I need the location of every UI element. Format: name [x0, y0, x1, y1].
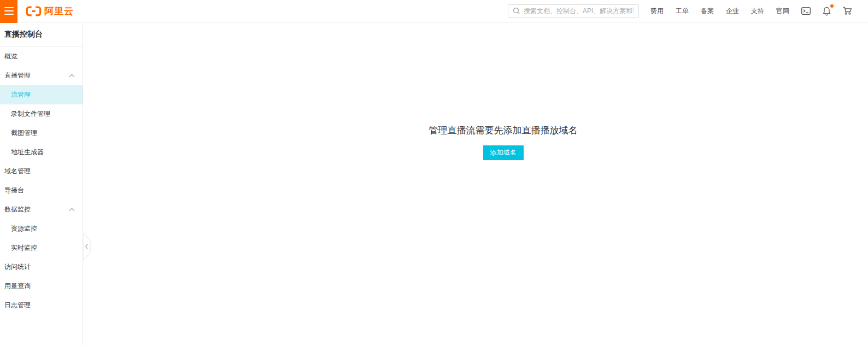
nav-official-site[interactable]: 官网: [770, 7, 795, 16]
notification-dot: [830, 4, 834, 8]
alibaba-cloud-logo[interactable]: 阿里云: [26, 5, 74, 17]
sidebar-item-label: 访问统计: [4, 262, 31, 272]
sidebar-item-label: 录制文件管理: [11, 109, 50, 119]
sidebar-item-label: 地址生成器: [11, 148, 44, 157]
chevron-up-icon: [69, 208, 75, 212]
sidebar-item-label: 截图管理: [11, 128, 37, 138]
sidebar-item-log-management[interactable]: 日志管理: [0, 296, 83, 315]
hamburger-menu-icon[interactable]: [0, 0, 17, 23]
nav-tickets[interactable]: 工单: [670, 7, 695, 16]
sidebar-item-data-monitoring[interactable]: 数据监控: [0, 200, 83, 219]
sidebar-item-label: 导播台: [4, 186, 24, 195]
global-search[interactable]: [508, 4, 639, 18]
sidebar-item-label: 直播管理: [4, 71, 31, 80]
sidebar-item-realtime-monitoring[interactable]: 实时监控: [0, 238, 83, 257]
sidebar-item-production-studio[interactable]: 导播台: [0, 181, 83, 200]
search-input[interactable]: [524, 7, 634, 15]
sidebar-menu: 概览直播管理流管理录制文件管理截图管理地址生成器域名管理导播台数据监控资源监控实…: [0, 47, 83, 315]
sidebar-item-live-management[interactable]: 直播管理: [0, 66, 83, 85]
terminal-icon: [801, 7, 811, 15]
bell-icon: [823, 7, 831, 16]
empty-state-message: 管理直播流需要先添加直播播放域名: [138, 124, 868, 137]
nav-enterprise[interactable]: 企业: [720, 7, 745, 16]
sidebar-item-label: 域名管理: [4, 167, 31, 176]
sidebar-title: 直播控制台: [0, 22, 83, 47]
sidebar-item-overview[interactable]: 概览: [0, 47, 83, 66]
sidebar-collapse-handle[interactable]: [83, 233, 92, 260]
empty-state: 管理直播流需要先添加直播播放域名 添加域名: [84, 22, 868, 160]
nav-icp-filing[interactable]: 备案: [695, 7, 720, 16]
sidebar-item-label: 数据监控: [4, 205, 31, 214]
notifications-button[interactable]: [817, 7, 837, 16]
cart-button[interactable]: [837, 7, 858, 15]
sidebar-item-domain-management[interactable]: 域名管理: [0, 162, 83, 181]
sidebar-item-resource-monitoring[interactable]: 资源监控: [0, 219, 83, 238]
main-content: 管理直播流需要先添加直播播放域名 添加域名: [84, 22, 868, 346]
sidebar-item-stream-management[interactable]: 流管理: [0, 85, 83, 104]
sidebar-item-usage-query[interactable]: 用量查询: [0, 277, 83, 296]
sidebar-item-label: 日志管理: [4, 301, 31, 310]
search-icon: [513, 7, 520, 15]
top-header: 阿里云 费用工单备案企业支持官网: [0, 0, 868, 22]
alibaba-cloud-logo-icon: [26, 6, 42, 16]
nav-support[interactable]: 支持: [745, 7, 770, 16]
header-nav: 费用工单备案企业支持官网: [644, 7, 795, 16]
terminal-console-button[interactable]: [795, 7, 817, 15]
sidebar-item-label: 实时监控: [11, 243, 37, 253]
chevron-up-icon: [69, 74, 75, 78]
sidebar-item-url-generator[interactable]: 地址生成器: [0, 143, 83, 162]
sidebar-item-access-statistics[interactable]: 访问统计: [0, 257, 83, 277]
sidebar-item-label: 概览: [4, 52, 17, 61]
sidebar-item-label: 用量查询: [4, 282, 31, 291]
add-domain-button[interactable]: 添加域名: [483, 145, 524, 160]
nav-expenses[interactable]: 费用: [644, 7, 670, 16]
sidebar-item-snapshot-management[interactable]: 截图管理: [0, 124, 83, 143]
cart-icon: [843, 7, 852, 15]
logo-text: 阿里云: [44, 5, 74, 17]
sidebar-item-label: 资源监控: [11, 224, 37, 233]
sidebar: 直播控制台 概览直播管理流管理录制文件管理截图管理地址生成器域名管理导播台数据监…: [0, 22, 83, 346]
sidebar-item-label: 流管理: [11, 90, 31, 99]
sidebar-item-recording-file-management[interactable]: 录制文件管理: [0, 104, 83, 124]
